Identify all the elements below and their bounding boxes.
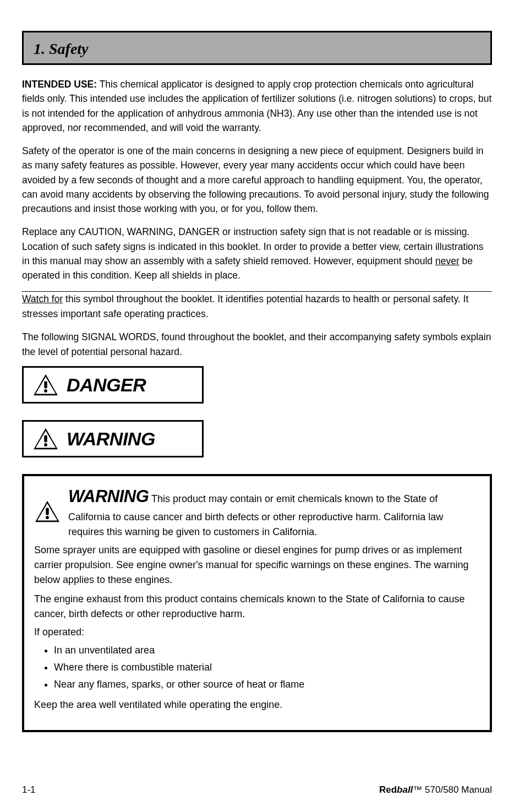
- big-warning-bullets-intro: If operated:: [34, 625, 480, 640]
- footer-brand-italic: ball: [397, 784, 413, 795]
- alert-triangle-icon: [32, 373, 59, 396]
- big-warning-header: WARNING This product may contain or emit…: [34, 484, 480, 539]
- paragraph-watch-for: Watch for this symbol throughout the boo…: [22, 292, 492, 321]
- svg-point-1: [44, 389, 47, 393]
- paragraph-safety-operator: Safety of the operator is one of the mai…: [22, 144, 492, 216]
- big-warning-p2: The engine exhaust from this product con…: [34, 592, 480, 622]
- intended-use-label: INTENDED USE:: [22, 79, 97, 90]
- big-warning-word: WARNING: [68, 487, 149, 506]
- footer-right: Redball™ 570/580 Manual: [379, 784, 492, 795]
- never-underline: never: [435, 255, 460, 266]
- svg-rect-0: [44, 382, 47, 389]
- signal-words-intro: The following SIGNAL WORDS, found throug…: [22, 330, 492, 359]
- big-warning-bullets: In an unventilated area Where there is c…: [34, 643, 480, 692]
- big-warning-box: WARNING This product may contain or emit…: [22, 474, 492, 732]
- page: 1. Safety INTENDED USE: This chemical ap…: [0, 0, 525, 812]
- warning-box: WARNING: [22, 420, 204, 457]
- page-footer: 1-1 Redball™ 570/580 Manual: [22, 784, 492, 795]
- big-warning-p1: Some sprayer units are equipped with gas…: [34, 543, 480, 587]
- watch-for-underline: Watch for: [22, 293, 63, 304]
- big-warning-ventilated: Keep the area well ventilated while oper…: [34, 697, 480, 712]
- danger-word: DANGER: [67, 374, 146, 396]
- svg-point-3: [44, 443, 47, 446]
- paragraph-intended-use: INTENDED USE: This chemical applicator i…: [22, 77, 492, 135]
- section-title: 1. Safety: [34, 40, 89, 57]
- section-header: 1. Safety: [22, 31, 492, 65]
- alert-triangle-icon: [34, 500, 61, 523]
- svg-rect-2: [44, 435, 47, 443]
- footer-tm: ™: [413, 784, 422, 795]
- footer-left: 1-1: [22, 784, 36, 795]
- footer-manual: 570/580 Manual: [422, 784, 492, 795]
- paragraph-replace-signs: Replace any CAUTION, WARNING, DANGER or …: [22, 225, 492, 282]
- bullet-item: Near any flames, sparks, or other source…: [54, 677, 480, 692]
- svg-rect-4: [46, 508, 48, 515]
- svg-point-5: [46, 516, 49, 519]
- body-text: INTENDED USE: This chemical applicator i…: [22, 77, 492, 321]
- footer-brand: Red: [379, 784, 397, 795]
- warning-word: WARNING: [67, 428, 155, 450]
- alert-triangle-icon: [32, 427, 59, 450]
- bullet-item: Where there is combustible material: [54, 660, 480, 675]
- bullet-item: In an unventilated area: [54, 643, 480, 658]
- big-warning-heading-text: WARNING This product may contain or emit…: [68, 484, 480, 539]
- signal-word-boxes: DANGER WARNING: [22, 366, 492, 457]
- danger-box: DANGER: [22, 366, 204, 404]
